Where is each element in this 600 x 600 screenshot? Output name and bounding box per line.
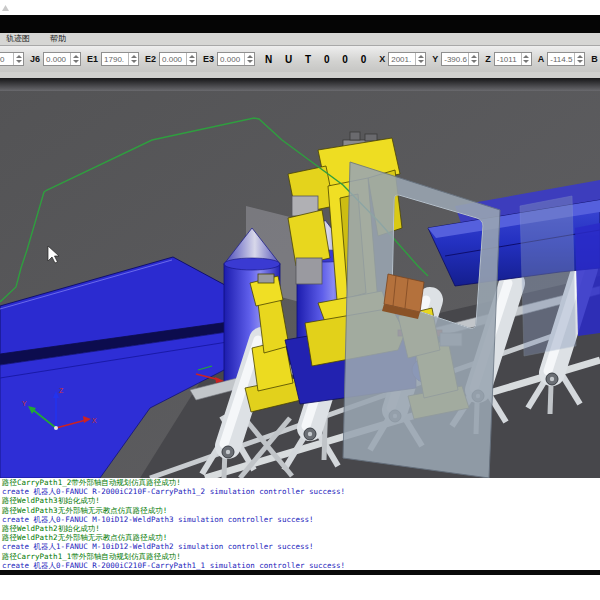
e2-input[interactable]: 0.000: [159, 52, 197, 66]
viewport-top-shade: [0, 78, 600, 91]
spinner-icon[interactable]: [186, 53, 196, 65]
log-line: create 机器人0-FANUC R-2000iC210F-CarryPath…: [2, 487, 600, 496]
menu-bar: 轨迹图 帮助: [0, 33, 600, 46]
log-line: 路径WeldPath3无外部轴无示教点仿真路径成功!: [2, 506, 600, 515]
a-input[interactable]: -114.5: [547, 52, 585, 66]
spinner-icon[interactable]: [574, 53, 584, 65]
log-line: create 机器人0-FANUC M-10iD12-WeldPath3 sim…: [2, 515, 600, 524]
log-line: 路径WeldPath2初始化成功!: [2, 524, 600, 533]
pose-field-y: Y -390.6: [432, 52, 479, 66]
viewport-3d[interactable]: Z Y X: [0, 78, 600, 478]
menu-item-help[interactable]: 帮助: [47, 33, 69, 45]
joint-field-e1: E1 1790.: [87, 52, 139, 66]
axis-y-label: Y: [22, 400, 27, 407]
menu-item-trajectory[interactable]: 轨迹图: [3, 33, 33, 45]
pose-field-x: X 2001.: [379, 52, 426, 66]
spinner-icon[interactable]: [128, 53, 138, 65]
joint-field-j6: J6 0.000: [30, 52, 81, 66]
joint-field-e2: E2 0.000: [145, 52, 197, 66]
spinner-icon[interactable]: [415, 53, 425, 65]
axis-x-label: X: [92, 417, 97, 424]
log-line: 路径CarryPath1_2带外部轴自动规划仿真路径成功!: [2, 478, 600, 487]
e3-input[interactable]: 0.000: [217, 52, 255, 66]
log-line: 路径WeldPath2无外部轴无示教点仿真路径成功!: [2, 533, 600, 542]
axis-z-label: Z: [59, 387, 64, 394]
joint-field-cut: 0.00: [0, 52, 24, 66]
pose-field-z: Z -1011: [485, 52, 532, 66]
spinner-icon[interactable]: [521, 53, 531, 65]
console-log[interactable]: 路径CarryPath1_2带外部轴自动规划仿真路径成功! create 机器人…: [0, 478, 600, 570]
e1-input[interactable]: 1790.: [101, 52, 139, 66]
desktop-corner-mark: [2, 5, 9, 11]
spinner-icon[interactable]: [13, 53, 23, 65]
config-flags: N U T 0 0 0: [265, 54, 371, 65]
carried-box: [382, 274, 424, 319]
joint-field-e3: E3 0.000: [203, 52, 255, 66]
joint-cut-input[interactable]: 0.00: [0, 52, 24, 66]
log-line: create 机器人0-FANUC R-2000iC210F-CarryPath…: [2, 561, 600, 570]
bottom-bar: [0, 570, 600, 575]
j6-input[interactable]: 0.000: [43, 52, 81, 66]
log-line: 路径CarryPath1_1带外部轴自动规划仿真路径成功!: [2, 552, 600, 561]
toolbar: 0.00 J6 0.000 E1 1790. E2 0.000 E3 0.000…: [0, 46, 600, 73]
z-input[interactable]: -1011: [494, 52, 532, 66]
spinner-icon[interactable]: [70, 53, 80, 65]
y-input[interactable]: -390.6: [441, 52, 479, 66]
log-line: 路径WeldPath3初始化成功!: [2, 496, 600, 505]
pose-field-b: B 67.13: [591, 52, 600, 66]
spinner-icon[interactable]: [244, 53, 254, 65]
pose-field-a: A -114.5: [538, 52, 586, 66]
log-line: create 机器人1-FANUC M-10iD12-WeldPath2 sim…: [2, 542, 600, 551]
x-input[interactable]: 2001.: [388, 52, 426, 66]
title-bar: [0, 15, 600, 33]
spinner-icon[interactable]: [468, 53, 478, 65]
